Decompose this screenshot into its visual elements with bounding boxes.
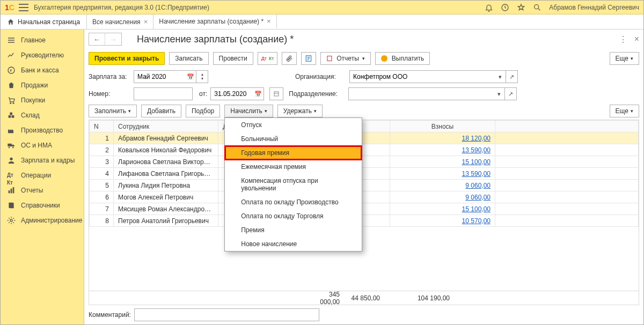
nav-forward-button[interactable]: → bbox=[105, 33, 121, 45]
sidebar-item-sales[interactable]: Продажи bbox=[1, 78, 84, 93]
dd-item-annual-bonus[interactable]: Годовая премия bbox=[225, 146, 362, 160]
table-row[interactable]: 6Могов Алексей Петрович179 060,00 bbox=[90, 191, 639, 203]
sidebar-label: Главное bbox=[21, 36, 46, 44]
dropdown-icon[interactable]: ▾ bbox=[494, 70, 506, 83]
table-more-button[interactable]: Еще ▾ bbox=[610, 105, 639, 117]
table-row[interactable]: 2Ковальков Николай Федорович1713 590,00 bbox=[90, 144, 639, 156]
close-icon[interactable]: × bbox=[267, 17, 271, 25]
gear-icon bbox=[7, 216, 16, 225]
col-contrib[interactable]: Взносы bbox=[390, 121, 495, 132]
svg-rect-7 bbox=[12, 115, 14, 118]
user-name[interactable]: Абрамов Геннадий Сергеевич bbox=[549, 4, 639, 11]
sidebar-label: Покупки bbox=[21, 97, 45, 104]
close-icon[interactable]: × bbox=[144, 18, 148, 26]
dtkt-icon: ДтКт bbox=[7, 171, 16, 180]
table-row[interactable]: 8Петров Анатолий Григорьевич10 570,00 bbox=[90, 215, 639, 227]
burger-menu-icon[interactable] bbox=[19, 4, 28, 11]
dtkt-button[interactable]: ДтКт bbox=[258, 52, 278, 65]
tab-home[interactable]: Начальная страница bbox=[1, 14, 87, 29]
salary-for-input[interactable] bbox=[134, 70, 185, 83]
search-icon[interactable] bbox=[533, 3, 541, 12]
factory-icon bbox=[7, 126, 16, 135]
spinner-icon[interactable]: ▴▾ bbox=[196, 70, 208, 83]
svg-point-11 bbox=[10, 158, 12, 160]
sidebar-item-catalogs[interactable]: Справочники bbox=[1, 198, 84, 213]
table-row[interactable]: 1Абрамов Геннадий Сергеевич1718 120,00 bbox=[90, 132, 639, 144]
sidebar-item-main[interactable]: Главное bbox=[1, 33, 84, 48]
attach-button[interactable] bbox=[282, 52, 297, 65]
pay-button[interactable]: Выплатить bbox=[375, 52, 430, 65]
sidebar-item-assets[interactable]: ОС и НМА bbox=[1, 138, 84, 153]
post-and-close-button[interactable]: Провести и закрыть bbox=[89, 52, 165, 65]
dd-item-salary-trade[interactable]: Оплата по окладу Торговля bbox=[225, 209, 362, 223]
select-button[interactable]: Подбор bbox=[186, 105, 220, 117]
star-icon[interactable] bbox=[517, 3, 525, 12]
sidebar-item-warehouse[interactable]: Склад bbox=[1, 108, 84, 123]
table-row[interactable]: 3Ларионова Светлана Виктор…1715 100,00 bbox=[90, 156, 639, 168]
employees-table[interactable]: N Сотрудник Дн Взносы 1Абрамов Геннадий … bbox=[89, 120, 639, 291]
boxes-icon bbox=[7, 111, 16, 120]
table-toolbar: Заполнить ▾ Добавить Подбор Начислить ▾ … bbox=[84, 102, 643, 120]
dropdown-icon[interactable]: ▾ bbox=[493, 87, 505, 100]
open-icon[interactable]: ↗ bbox=[505, 87, 517, 100]
dd-item-vacation-comp[interactable]: Компенсация отпуска при увольнении bbox=[225, 174, 362, 195]
tab-home-label: Начальная страница bbox=[18, 18, 80, 26]
payslip-button[interactable] bbox=[301, 52, 316, 65]
dd-item-vacation[interactable]: Отпуск bbox=[225, 118, 362, 132]
sidebar-item-purchases[interactable]: Покупки bbox=[1, 93, 84, 108]
sidebar-label: Производство bbox=[21, 127, 63, 134]
nav-back-button[interactable]: ← bbox=[89, 33, 105, 45]
sidebar-item-admin[interactable]: Администрирование bbox=[1, 213, 84, 228]
svg-point-1 bbox=[535, 4, 539, 9]
calendar-icon[interactable]: 📅 bbox=[252, 87, 264, 100]
table-row[interactable]: 4Лифанова Светлана Григорь…1713 590,00 bbox=[90, 168, 639, 180]
col-rest bbox=[495, 121, 639, 132]
sidebar-item-manager[interactable]: Руководителю bbox=[1, 48, 84, 63]
tab-salary-create[interactable]: Начисление зарплаты (создание) * × bbox=[153, 14, 276, 29]
dd-item-sick[interactable]: Больничный bbox=[225, 132, 362, 146]
dept-input[interactable] bbox=[348, 87, 493, 100]
register-info-button[interactable] bbox=[269, 87, 283, 100]
post-button[interactable]: Провести bbox=[213, 52, 253, 65]
window-close-icon[interactable]: × bbox=[634, 34, 639, 44]
add-button[interactable]: Добавить bbox=[141, 105, 181, 117]
fill-button[interactable]: Заполнить ▾ bbox=[89, 105, 137, 117]
cart-icon bbox=[7, 96, 16, 105]
number-input[interactable] bbox=[134, 87, 193, 100]
pay-label: Выплатить bbox=[392, 55, 425, 62]
dd-item-salary-prod[interactable]: Оплата по окладу Производство bbox=[225, 195, 362, 209]
sidebar-item-reports[interactable]: Отчеты bbox=[1, 183, 84, 198]
write-button[interactable]: Записать bbox=[169, 52, 208, 65]
sidebar-item-bank[interactable]: ₽Банк и касса bbox=[1, 63, 84, 78]
dd-item-monthly-bonus[interactable]: Ежемесячная премия bbox=[225, 160, 362, 174]
dd-item-bonus[interactable]: Премия bbox=[225, 223, 362, 237]
sidebar: Главное Руководителю ₽Банк и касса Прода… bbox=[1, 29, 84, 324]
col-n[interactable]: N bbox=[90, 121, 114, 132]
sidebar-item-operations[interactable]: ДтКтОперации bbox=[1, 168, 84, 183]
comment-input[interactable] bbox=[134, 308, 319, 321]
accrue-button[interactable]: Начислить ▾ bbox=[224, 105, 273, 117]
org-input[interactable] bbox=[349, 70, 494, 83]
col-employee[interactable]: Сотрудник bbox=[114, 121, 218, 132]
sidebar-label: Банк и касса bbox=[21, 67, 59, 74]
tab-all-accruals[interactable]: Все начисления × bbox=[87, 14, 153, 29]
kebab-icon[interactable]: ⋮ bbox=[619, 34, 628, 45]
table-row[interactable]: 5Лукина Лидия Петровна179 060,00 bbox=[90, 180, 639, 191]
deduct-label: Удержать bbox=[283, 107, 312, 115]
open-icon[interactable]: ↗ bbox=[506, 70, 518, 83]
svg-rect-14 bbox=[13, 187, 14, 193]
more-button[interactable]: Еще ▾ bbox=[610, 52, 639, 65]
date-input[interactable] bbox=[210, 87, 252, 100]
deduct-button[interactable]: Удержать ▾ bbox=[277, 105, 323, 117]
bell-icon[interactable] bbox=[485, 3, 493, 12]
dept-label: Подразделение: bbox=[289, 90, 345, 98]
calendar-icon[interactable]: 📅 bbox=[185, 70, 196, 83]
sidebar-item-hr[interactable]: Зарплата и кадры bbox=[1, 153, 84, 168]
sidebar-item-production[interactable]: Производство bbox=[1, 123, 84, 138]
history-icon[interactable] bbox=[501, 3, 509, 12]
reports-button[interactable]: Отчеты ▾ bbox=[320, 52, 370, 65]
table-row[interactable]: 7Мясищев Роман Александро…1715 100,00 bbox=[90, 203, 639, 215]
person-icon bbox=[7, 156, 16, 165]
dd-item-new-accrual[interactable]: Новое начисление bbox=[225, 237, 362, 251]
fill-label: Заполнить bbox=[94, 107, 126, 115]
